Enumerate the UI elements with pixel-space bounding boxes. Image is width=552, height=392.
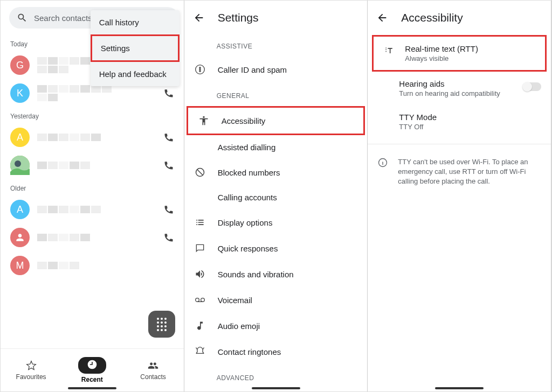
clock-icon [87,359,98,370]
page-title: Accessibility [401,11,463,24]
accessibility-icon [198,115,209,126]
contact-row[interactable] [1,223,184,251]
svg-point-6 [201,298,204,302]
row-sounds[interactable]: Sounds and vibration [184,261,368,287]
group-advanced: ADVANCED [184,365,368,388]
home-indicator [435,387,484,389]
back-icon[interactable] [193,12,205,24]
section-yesterday: Yesterday [1,107,184,123]
accessibility-header: Accessibility [368,1,551,33]
row-audio-emoji[interactable]: Audio emoji [184,313,368,339]
row-accessibility[interactable]: Accessibility [187,106,365,135]
row-display-options[interactable]: Display options [184,209,368,235]
dialpad-icon [157,318,167,331]
list-icon [195,217,205,228]
avatar: G [10,55,30,75]
rtt-icon [384,45,395,56]
home-indicator [252,387,300,389]
tty-info: TTY can't be used over Wi-Fi. To place a… [368,150,551,194]
block-icon [195,167,205,178]
star-icon [26,360,37,371]
people-icon [148,360,158,371]
svg-point-1 [15,160,21,167]
group-general: GENERAL [184,82,368,106]
settings-header: Settings [184,1,368,33]
chat-icon [195,243,205,254]
row-blocked[interactable]: Blocked numbers [184,159,368,185]
menu-settings[interactable]: Settings [91,34,180,62]
avatar: K [10,83,30,103]
info-icon [377,157,388,168]
row-caller-id[interactable]: Caller ID and spam [184,57,368,82]
nav-recent[interactable]: Recent [61,349,122,391]
redacted-name [37,134,113,141]
redacted-name [37,262,113,269]
row-hearing-aids[interactable]: Hearing aids Turn on hearing aid compati… [368,72,551,105]
volume-icon [195,269,205,279]
overflow-menu: Call history Settings Help and feedback [91,10,180,86]
avatar: A [10,128,30,147]
page-title: Settings [218,11,259,24]
section-older: Older [1,179,184,195]
redacted-name [37,234,113,241]
search-placeholder: Search contacts [34,13,92,23]
search-icon [17,12,27,23]
avatar-photo [10,156,30,175]
svg-point-2 [203,116,204,118]
nav-contacts[interactable]: Contacts [122,349,183,391]
settings-panel: Settings ASSISTIVE Caller ID and spam GE… [184,1,368,391]
contact-row[interactable]: M [1,251,184,279]
svg-line-4 [197,170,203,175]
back-icon[interactable] [376,12,388,24]
phone-icon[interactable] [163,204,174,215]
redacted-name [37,162,113,169]
row-calling-accounts[interactable]: Calling accounts [184,185,368,209]
recents-panel: Search contacts Call history Settings He… [1,1,184,391]
avatar: M [10,256,30,275]
row-assisted-dialling[interactable]: Assisted dialling [184,135,368,159]
row-rtt[interactable]: Real-time text (RTT) Always visible [372,35,547,72]
redacted-name [37,206,113,213]
phone-icon[interactable] [163,232,174,243]
divider [368,144,551,144]
avatar: A [10,200,30,219]
menu-help-feedback[interactable]: Help and feedback [91,62,180,86]
row-voicemail[interactable]: Voicemail [184,287,368,313]
group-assistive: ASSISTIVE [184,33,368,57]
phone-icon[interactable] [163,132,174,143]
svg-point-5 [195,298,199,302]
bottom-nav: Favourites Recent Contacts [1,348,184,391]
accessibility-panel: Accessibility Real-time text (RTT) Alway… [368,1,551,391]
music-note-icon [195,320,205,331]
contact-row[interactable] [1,151,184,179]
redacted-name [37,85,113,101]
row-tty-mode[interactable]: TTY Mode TTY Off [368,105,551,138]
row-quick-responses[interactable]: Quick responses [184,235,368,261]
row-ringtones[interactable]: Contact ringtones [184,339,368,365]
phone-icon[interactable] [163,88,174,99]
voicemail-icon [195,295,205,305]
info-icon [195,64,205,75]
home-indicator [68,387,116,389]
nav-favourites[interactable]: Favourites [1,349,61,391]
dialpad-fab[interactable] [148,311,175,338]
contact-row[interactable]: A [1,195,184,223]
phone-icon[interactable] [163,160,174,171]
menu-call-history[interactable]: Call history [91,10,180,34]
avatar-person-icon [10,228,30,247]
contact-row[interactable]: A [1,123,184,151]
hearing-aids-toggle[interactable] [523,82,541,91]
ringtone-icon [195,346,205,357]
